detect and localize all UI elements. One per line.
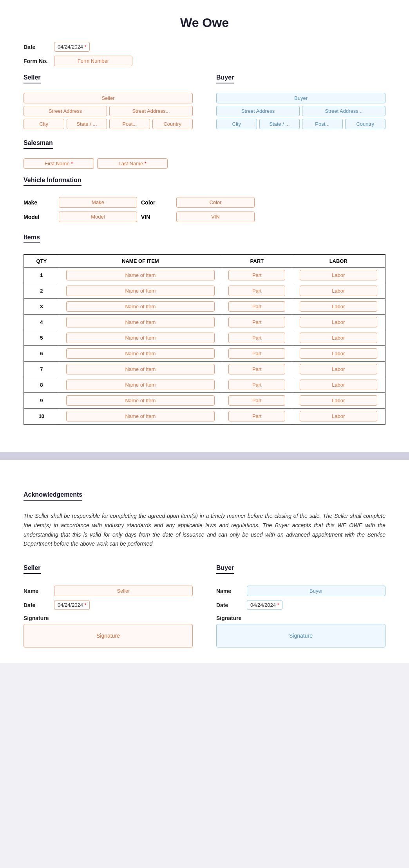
buyer-sig-header: Buyer — [216, 564, 234, 574]
page2-container: Acknowledgements The Seller shall be res… — [0, 460, 409, 663]
seller-address-row: Street Address Street Address... — [24, 106, 193, 116]
part-cell-5[interactable]: Part — [222, 330, 292, 346]
labor-cell-9[interactable]: Labor — [292, 393, 385, 409]
buyer-sig-date-label: Date — [216, 602, 244, 608]
buyer-state-input[interactable]: State / ... — [259, 119, 300, 129]
part-cell-8[interactable]: Part — [222, 377, 292, 393]
part-cell-10[interactable]: Part — [222, 409, 292, 425]
part-cell-1[interactable]: Part — [222, 268, 292, 283]
name-cell-5[interactable]: Name of Item — [59, 330, 222, 346]
name-cell-6[interactable]: Name of Item — [59, 346, 222, 362]
buyer-street2-input[interactable]: Street Address... — [302, 106, 385, 116]
seller-sig-name-input[interactable]: Seller — [54, 586, 193, 596]
seller-sig-label: Signature — [24, 615, 49, 621]
items-section: Items QTY NAME OF ITEM PART LABOR 1Name … — [24, 234, 385, 425]
name-cell-9[interactable]: Name of Item — [59, 393, 222, 409]
seller-post-input[interactable]: Post... — [109, 119, 150, 129]
color-input[interactable]: Color — [176, 197, 255, 208]
make-input[interactable]: Make — [59, 197, 137, 208]
vin-input[interactable]: VIN — [176, 212, 255, 222]
labor-cell-8[interactable]: Labor — [292, 377, 385, 393]
qty-cell-6: 6 — [24, 346, 59, 362]
labor-cell-4[interactable]: Labor — [292, 315, 385, 330]
buyer-name-input[interactable]: Buyer — [216, 93, 385, 103]
table-row: 2Name of ItemPartLabor — [24, 283, 385, 299]
buyer-post-input[interactable]: Post... — [302, 119, 343, 129]
seller-sig-date-label: Date — [24, 602, 51, 608]
part-cell-3[interactable]: Part — [222, 299, 292, 315]
buyer-sig-date-input[interactable]: 04/24/2024 * — [247, 600, 282, 610]
color-label: Color — [141, 199, 172, 206]
signatures-section: Seller Name Seller Date 04/24/2024 * Sig… — [24, 564, 385, 647]
seller-street2-input[interactable]: Street Address... — [109, 106, 193, 116]
salesman-header: Salesman — [24, 139, 53, 149]
labor-cell-10[interactable]: Labor — [292, 409, 385, 425]
part-cell-6[interactable]: Part — [222, 346, 292, 362]
seller-city-row: City State / ... Post... Country — [24, 119, 193, 129]
salesman-lastname-input[interactable]: Last Name * — [97, 158, 168, 169]
buyer-street1-input[interactable]: Street Address — [216, 106, 300, 116]
date-required-star: * — [85, 44, 87, 50]
name-cell-3[interactable]: Name of Item — [59, 299, 222, 315]
seller-sig-area: Signature Signature — [24, 615, 193, 647]
name-cell-2[interactable]: Name of Item — [59, 283, 222, 299]
labor-cell-3[interactable]: Labor — [292, 299, 385, 315]
buyer-sig-col: Buyer Name Buyer Date 04/24/2024 * Signa… — [216, 564, 385, 647]
buyer-city-input[interactable]: City — [216, 119, 257, 129]
name-cell-4[interactable]: Name of Item — [59, 315, 222, 330]
seller-sig-col: Seller Name Seller Date 04/24/2024 * Sig… — [24, 564, 193, 647]
items-table-header-row: QTY NAME OF ITEM PART LABOR — [24, 255, 385, 268]
labor-cell-6[interactable]: Labor — [292, 346, 385, 362]
buyer-section-header: Buyer — [216, 74, 234, 83]
buyer-sig-name-row: Name Buyer — [216, 586, 385, 596]
col-part: PART — [222, 255, 292, 268]
seller-sig-date-input[interactable]: 04/24/2024 * — [54, 600, 90, 610]
seller-city-input[interactable]: City — [24, 119, 64, 129]
salesman-section: Salesman First Name * Last Name * — [24, 139, 385, 169]
qty-cell-7: 7 — [24, 362, 59, 377]
labor-cell-5[interactable]: Labor — [292, 330, 385, 346]
seller-state-input[interactable]: State / ... — [67, 119, 107, 129]
name-cell-10[interactable]: Name of Item — [59, 409, 222, 425]
buyer-city-row: City State / ... Post... Country — [216, 119, 385, 129]
buyer-country-input[interactable]: Country — [345, 119, 386, 129]
date-input[interactable]: 04/24/2024 * — [54, 42, 90, 52]
qty-cell-10: 10 — [24, 409, 59, 425]
model-input[interactable]: Model — [59, 212, 137, 222]
ack-header: Acknowledgements — [24, 491, 82, 501]
buyer-signature-input[interactable]: Signature — [216, 624, 385, 647]
seller-name-input[interactable]: Seller — [24, 93, 193, 103]
seller-signature-input[interactable]: Signature — [24, 624, 193, 647]
labor-cell-1[interactable]: Labor — [292, 268, 385, 283]
items-header: Items — [24, 234, 40, 243]
qty-cell-1: 1 — [24, 268, 59, 283]
table-row: 10Name of ItemPartLabor — [24, 409, 385, 425]
table-row: 5Name of ItemPartLabor — [24, 330, 385, 346]
seller-name-row: Seller — [24, 93, 193, 103]
salesman-firstname-input[interactable]: First Name * — [24, 158, 94, 169]
part-cell-7[interactable]: Part — [222, 362, 292, 377]
part-cell-9[interactable]: Part — [222, 393, 292, 409]
buyer-sig-name-input[interactable]: Buyer — [247, 586, 385, 596]
name-cell-8[interactable]: Name of Item — [59, 377, 222, 393]
col-labor: LABOR — [292, 255, 385, 268]
part-cell-2[interactable]: Part — [222, 283, 292, 299]
buyer-sig-label: Signature — [216, 615, 242, 621]
labor-cell-7[interactable]: Labor — [292, 362, 385, 377]
seller-street1-input[interactable]: Street Address — [24, 106, 107, 116]
labor-cell-2[interactable]: Labor — [292, 283, 385, 299]
formno-input[interactable]: Form Number — [54, 56, 132, 66]
seller-country-input[interactable]: Country — [152, 119, 193, 129]
qty-cell-8: 8 — [24, 377, 59, 393]
name-cell-7[interactable]: Name of Item — [59, 362, 222, 377]
vehicle-header: Vehicle Information — [24, 177, 81, 186]
part-cell-4[interactable]: Part — [222, 315, 292, 330]
date-row: Date 04/24/2024 * — [24, 42, 385, 52]
page-container: We Owe Date 04/24/2024 * Form No. Form N… — [0, 0, 409, 452]
salesman-name-row: First Name * Last Name * — [24, 158, 385, 169]
name-cell-1[interactable]: Name of Item — [59, 268, 222, 283]
vehicle-grid: Make Make Color Color Model Model VIN VI… — [24, 197, 385, 222]
items-table: QTY NAME OF ITEM PART LABOR 1Name of Ite… — [24, 254, 385, 425]
firstname-required-star: * — [71, 161, 73, 166]
lastname-required-star: * — [145, 161, 147, 166]
